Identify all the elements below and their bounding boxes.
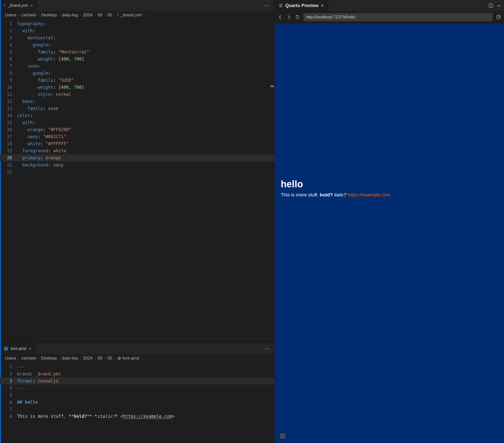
close-icon[interactable]: × [30,3,33,8]
code-line[interactable]: 8This is more stuff. **bold?** *italic?*… [0,413,274,420]
line-number: 5 [0,392,17,399]
chevron-right-icon: › [59,13,60,17]
code-line[interactable]: 7 suse: [0,63,274,70]
code-line[interactable]: 16 orange: "#FF6200" [0,126,274,133]
line-number: 1 [0,363,17,370]
code-line[interactable]: 7 [0,406,274,413]
forward-icon[interactable] [286,15,291,20]
more-actions-icon[interactable]: ⋯ [497,3,500,9]
line-number: 22 [0,168,17,175]
breadcrumb-segment[interactable]: 2024 [83,356,92,361]
code-line[interactable]: 22 [0,168,274,175]
line-number: 3 [0,34,17,41]
breadcrumb-segment[interactable]: Desktop [41,13,57,18]
tab-label: Quarto Preview [285,3,319,8]
code-line[interactable]: 2 with: [0,27,274,34]
breadcrumb-segment[interactable]: 09 [98,13,102,18]
code-line[interactable]: 5 family: "Montserrat" [0,48,274,55]
file-icon [117,357,121,360]
code-line[interactable]: 20 primary: orange [0,154,274,161]
code-line[interactable]: 21 background: navy [0,161,274,168]
line-number: 6 [0,399,17,406]
reload-icon[interactable] [295,15,300,20]
line-number: 15 [0,119,17,126]
breadcrumb-segment[interactable]: 05 [108,13,112,18]
code-line[interactable]: 18 white: "#FFFFFF" [0,140,274,147]
breadcrumb-segment[interactable]: Users [5,13,16,18]
code-line[interactable]: 13 family: suse [0,105,274,112]
more-actions-icon[interactable]: ⋯ [260,345,274,352]
code-line[interactable]: 17 navy: "#002C71" [0,133,274,140]
breadcrumb-segment[interactable]: 2024 [83,13,92,18]
line-number: 7 [0,406,17,413]
breadcrumb-segment[interactable]: daily-log [62,13,78,18]
chevron-right-icon: › [94,13,96,17]
quarto-file-icon [4,347,8,351]
slide-body: This is more stuff. bold? italic? https:… [281,192,498,198]
chevron-right-icon: › [114,357,115,360]
back-icon[interactable] [278,15,283,20]
code-line[interactable]: 6## hello [0,399,274,406]
line-number: 8 [0,70,17,77]
url-input[interactable] [303,13,492,21]
tab-quarto-preview[interactable]: Quarto Preview × [275,0,328,11]
code-line[interactable]: 4 google: [0,41,274,48]
line-number: 2 [0,370,17,377]
line-number: 1 [0,20,17,27]
more-actions-icon[interactable]: ⋯ [260,2,274,9]
preview-pane: Quarto Preview × ⋯ hello This is more s [275,0,504,443]
code-line[interactable]: 19 foreground: white [0,147,274,154]
breadcrumb-segment[interactable]: cscheid [21,13,36,18]
minimap-indicator[interactable] [270,85,274,87]
code-line[interactable]: 6 weight: [400, 700] [0,55,274,63]
line-number: 19 [0,147,17,154]
code-line[interactable]: 1--- [0,363,274,370]
editor2-breadcrumbs[interactable]: Users›cscheid›Desktop›daily-log›2024›09›… [0,354,274,362]
chevron-right-icon: › [80,13,81,17]
code-line[interactable]: 8 google: [0,70,274,77]
close-icon[interactable]: × [321,3,324,8]
file-icon: ! [117,13,119,18]
preview-content[interactable]: hello This is more stuff. bold? italic? … [275,24,504,443]
breadcrumb-file[interactable]: _brand.yml [120,13,141,18]
line-number: 4 [0,385,17,392]
tab-brand-yml[interactable]: ! _brand.yml × [0,0,37,11]
code-line[interactable]: 15 with: [0,119,274,126]
breadcrumb-segment[interactable]: Users [5,356,16,361]
code-line[interactable]: 2brand: _brand.yml [0,370,274,377]
breadcrumb-segment[interactable]: cscheid [21,356,36,361]
tab-font-qmd[interactable]: font.qmd × [0,343,36,354]
breadcrumb-segment[interactable]: 05 [108,356,112,361]
chevron-right-icon: › [38,13,39,17]
chevron-right-icon: › [141,357,142,360]
code-line[interactable]: 12 base: [0,98,274,105]
breadcrumb-segment[interactable]: daily-log [62,356,78,361]
editor2-body[interactable]: 1---2brand: _brand.yml3format: revealjs4… [0,362,274,443]
chevron-right-icon: › [104,13,105,17]
editor2-tabbar: font.qmd × ⋯ [0,343,274,354]
code-line[interactable]: 14color: [0,112,274,119]
editor1-body[interactable]: 1typography:2 with:3 montserrat:4 google… [0,19,274,341]
code-line[interactable]: 3 montserrat: [0,34,274,41]
code-line[interactable]: 5 [0,392,274,399]
line-number: 13 [0,105,17,112]
code-line[interactable]: 11 style: normal [0,91,274,98]
breadcrumb-file[interactable]: font.qmd [122,356,139,361]
code-line[interactable]: 1typography: [0,20,274,27]
code-line[interactable]: 10 weight: [400, 700] [0,84,274,91]
open-external-icon[interactable] [496,15,501,20]
breadcrumb-segment[interactable]: 09 [98,356,102,361]
close-icon[interactable]: × [29,346,32,351]
line-number: 9 [0,77,17,84]
code-line[interactable]: 4--- [0,385,274,392]
chevron-right-icon: › [104,357,105,360]
code-line[interactable]: 3format: revealjs [0,377,274,385]
editor-split-handle[interactable] [0,341,274,343]
editor1-breadcrumbs[interactable]: Users›cscheid›Desktop›daily-log›2024›09›… [0,11,274,19]
code-line[interactable]: 9 family: "SUSE" [0,77,274,84]
chevron-right-icon: › [38,357,39,360]
breadcrumb-segment[interactable]: Desktop [41,356,57,361]
chevron-right-icon: › [94,357,96,360]
hamburger-menu-icon[interactable] [280,433,286,438]
split-right-icon[interactable] [489,3,493,8]
